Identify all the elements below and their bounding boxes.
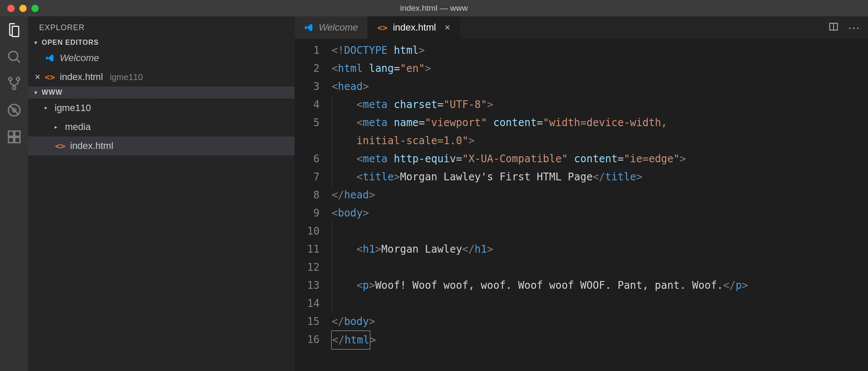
chevron-right-icon: ▸ bbox=[55, 124, 61, 130]
close-icon[interactable]: × bbox=[35, 71, 40, 83]
extensions-icon[interactable] bbox=[6, 129, 22, 145]
folder-media[interactable]: ▸ media bbox=[28, 117, 295, 136]
svg-point-3 bbox=[16, 77, 20, 81]
svg-rect-9 bbox=[8, 138, 13, 143]
close-window-button[interactable] bbox=[7, 5, 15, 12]
file-label: index.html bbox=[70, 140, 113, 151]
workspace-label: WWW bbox=[42, 89, 62, 96]
editor-area: Welcome <> index.html × ··· 123456789101… bbox=[295, 16, 868, 371]
workspace-header[interactable]: ▾ WWW bbox=[28, 87, 295, 99]
open-editor-dir: igme110 bbox=[110, 72, 143, 82]
folder-label: media bbox=[65, 121, 91, 133]
open-editor-label: Welcome bbox=[60, 53, 99, 64]
svg-point-6 bbox=[12, 108, 17, 113]
explorer-sidebar: EXPLORER ▾ OPEN EDITORS Welcome × <> ind… bbox=[28, 16, 295, 371]
minimize-window-button[interactable] bbox=[19, 5, 27, 12]
titlebar: index.html — www bbox=[0, 0, 868, 16]
svg-point-4 bbox=[12, 87, 16, 90]
svg-rect-8 bbox=[15, 131, 20, 136]
tab-index-html[interactable]: <> index.html × bbox=[368, 16, 460, 39]
open-editor-index-html[interactable]: × <> index.html igme110 bbox=[28, 68, 295, 87]
explorer-icon[interactable] bbox=[6, 22, 22, 38]
vscode-logo-icon bbox=[44, 53, 55, 63]
chevron-down-icon: ▾ bbox=[32, 40, 39, 46]
debug-icon[interactable] bbox=[6, 102, 22, 118]
vscode-logo-icon bbox=[304, 23, 314, 32]
activity-bar bbox=[0, 16, 28, 371]
line-number-gutter: 12345678910111213141516 bbox=[295, 41, 332, 371]
svg-rect-10 bbox=[15, 138, 20, 143]
editor-tabs: Welcome <> index.html × ··· bbox=[295, 16, 868, 39]
more-actions-icon[interactable]: ··· bbox=[848, 21, 860, 34]
close-icon[interactable]: × bbox=[445, 22, 450, 33]
maximize-window-button[interactable] bbox=[31, 5, 39, 12]
open-editor-welcome[interactable]: Welcome bbox=[28, 49, 295, 68]
split-editor-icon[interactable] bbox=[828, 22, 839, 34]
code-content[interactable]: <!DOCTYPE html><html lang="en"><head> <m… bbox=[332, 41, 868, 371]
html-file-icon: <> bbox=[44, 72, 55, 82]
chevron-down-icon: ▾ bbox=[32, 90, 39, 96]
svg-rect-7 bbox=[8, 131, 13, 136]
svg-point-2 bbox=[9, 77, 12, 81]
svg-line-1 bbox=[16, 59, 20, 62]
svg-point-0 bbox=[9, 51, 18, 60]
html-file-icon: <> bbox=[55, 141, 66, 151]
file-index-html[interactable]: <> index.html bbox=[28, 136, 295, 155]
tab-label: index.html bbox=[393, 22, 436, 33]
chevron-down-icon: ▾ bbox=[44, 105, 50, 111]
html-file-icon: <> bbox=[377, 22, 388, 33]
window-controls bbox=[0, 5, 39, 12]
sidebar-title: EXPLORER bbox=[28, 16, 295, 37]
code-editor[interactable]: 12345678910111213141516 <!DOCTYPE html><… bbox=[295, 39, 868, 371]
open-editors-label: OPEN EDITORS bbox=[42, 39, 99, 46]
source-control-icon[interactable] bbox=[6, 76, 22, 91]
tab-welcome[interactable]: Welcome bbox=[295, 16, 368, 39]
search-icon[interactable] bbox=[6, 49, 22, 65]
tab-label: Welcome bbox=[319, 22, 358, 33]
folder-igme110[interactable]: ▾ igme110 bbox=[28, 99, 295, 117]
window-title: index.html — www bbox=[400, 3, 468, 13]
open-editor-label: index.html bbox=[60, 71, 103, 83]
folder-label: igme110 bbox=[55, 102, 91, 114]
open-editors-header[interactable]: ▾ OPEN EDITORS bbox=[28, 37, 295, 49]
